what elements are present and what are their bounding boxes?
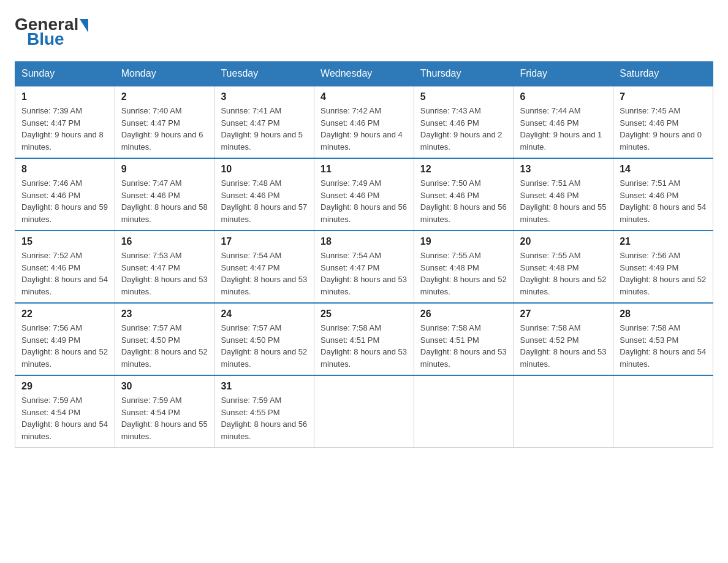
day-info: Sunrise: 7:51 AMSunset: 4:46 PMDaylight:… (620, 177, 707, 225)
day-cell: 28 Sunrise: 7:58 AMSunset: 4:53 PMDaylig… (613, 303, 713, 375)
day-info: Sunrise: 7:57 AMSunset: 4:50 PMDaylight:… (221, 322, 308, 370)
day-info: Sunrise: 7:43 AMSunset: 4:46 PMDaylight:… (420, 105, 507, 153)
week-row-4: 22 Sunrise: 7:56 AMSunset: 4:49 PMDaylig… (15, 303, 713, 375)
day-cell: 10 Sunrise: 7:48 AMSunset: 4:46 PMDaylig… (214, 158, 314, 231)
day-cell (613, 375, 713, 448)
day-number: 17 (221, 236, 308, 247)
day-cell: 12 Sunrise: 7:50 AMSunset: 4:46 PMDaylig… (414, 158, 514, 231)
day-number: 19 (420, 236, 507, 247)
logo-blue-text: Blue (27, 29, 64, 49)
day-info: Sunrise: 7:45 AMSunset: 4:46 PMDaylight:… (620, 105, 707, 153)
day-number: 27 (520, 308, 607, 320)
day-number: 21 (620, 236, 707, 247)
page-header: General Blue (15, 15, 713, 49)
day-info: Sunrise: 7:59 AMSunset: 4:54 PMDaylight:… (121, 394, 208, 442)
day-cell: 22 Sunrise: 7:56 AMSunset: 4:49 PMDaylig… (15, 303, 115, 375)
day-cell: 7 Sunrise: 7:45 AMSunset: 4:46 PMDayligh… (613, 86, 713, 158)
day-info: Sunrise: 7:56 AMSunset: 4:49 PMDaylight:… (21, 322, 108, 370)
week-row-1: 1 Sunrise: 7:39 AMSunset: 4:47 PMDayligh… (15, 86, 713, 158)
day-info: Sunrise: 7:41 AMSunset: 4:47 PMDaylight:… (221, 105, 308, 153)
day-info: Sunrise: 7:55 AMSunset: 4:48 PMDaylight:… (520, 250, 607, 297)
header-wednesday: Wednesday (314, 62, 414, 86)
day-cell: 11 Sunrise: 7:49 AMSunset: 4:46 PMDaylig… (314, 158, 414, 231)
day-number: 20 (520, 236, 607, 247)
day-info: Sunrise: 7:44 AMSunset: 4:46 PMDaylight:… (520, 105, 607, 153)
day-info: Sunrise: 7:58 AMSunset: 4:53 PMDaylight:… (620, 322, 707, 370)
day-cell: 3 Sunrise: 7:41 AMSunset: 4:47 PMDayligh… (214, 86, 314, 158)
day-number: 5 (420, 91, 507, 102)
day-cell: 26 Sunrise: 7:58 AMSunset: 4:51 PMDaylig… (414, 303, 514, 375)
day-info: Sunrise: 7:52 AMSunset: 4:46 PMDaylight:… (21, 250, 108, 297)
logo: General Blue (15, 15, 88, 49)
header-saturday: Saturday (613, 62, 713, 86)
day-info: Sunrise: 7:48 AMSunset: 4:46 PMDaylight:… (221, 177, 308, 225)
day-info: Sunrise: 7:56 AMSunset: 4:49 PMDaylight:… (620, 250, 707, 297)
day-number: 23 (121, 308, 208, 320)
day-info: Sunrise: 7:59 AMSunset: 4:55 PMDaylight:… (221, 394, 308, 442)
day-number: 18 (320, 236, 408, 247)
day-info: Sunrise: 7:59 AMSunset: 4:54 PMDaylight:… (21, 394, 108, 442)
day-number: 28 (620, 308, 707, 320)
day-cell: 19 Sunrise: 7:55 AMSunset: 4:48 PMDaylig… (414, 231, 514, 303)
day-info: Sunrise: 7:58 AMSunset: 4:51 PMDaylight:… (420, 322, 507, 370)
day-number: 26 (420, 308, 507, 320)
day-info: Sunrise: 7:40 AMSunset: 4:47 PMDaylight:… (121, 105, 208, 153)
day-number: 13 (520, 164, 607, 175)
day-number: 31 (221, 381, 308, 392)
day-number: 30 (121, 381, 208, 392)
day-info: Sunrise: 7:49 AMSunset: 4:46 PMDaylight:… (320, 177, 408, 225)
day-cell: 21 Sunrise: 7:56 AMSunset: 4:49 PMDaylig… (613, 231, 713, 303)
day-cell: 13 Sunrise: 7:51 AMSunset: 4:46 PMDaylig… (514, 158, 613, 231)
day-info: Sunrise: 7:50 AMSunset: 4:46 PMDaylight:… (420, 177, 507, 225)
day-cell: 9 Sunrise: 7:47 AMSunset: 4:46 PMDayligh… (115, 158, 214, 231)
day-number: 4 (320, 91, 408, 102)
week-row-2: 8 Sunrise: 7:46 AMSunset: 4:46 PMDayligh… (15, 158, 713, 231)
day-cell: 31 Sunrise: 7:59 AMSunset: 4:55 PMDaylig… (214, 375, 314, 448)
header-monday: Monday (115, 62, 214, 86)
day-info: Sunrise: 7:51 AMSunset: 4:46 PMDaylight:… (520, 177, 607, 225)
day-info: Sunrise: 7:46 AMSunset: 4:46 PMDaylight:… (21, 177, 108, 225)
day-cell: 24 Sunrise: 7:57 AMSunset: 4:50 PMDaylig… (214, 303, 314, 375)
day-cell: 8 Sunrise: 7:46 AMSunset: 4:46 PMDayligh… (15, 158, 115, 231)
day-cell: 29 Sunrise: 7:59 AMSunset: 4:54 PMDaylig… (15, 375, 115, 448)
day-cell: 1 Sunrise: 7:39 AMSunset: 4:47 PMDayligh… (15, 86, 115, 158)
day-number: 11 (320, 164, 408, 175)
day-info: Sunrise: 7:39 AMSunset: 4:47 PMDaylight:… (21, 105, 108, 153)
day-number: 9 (121, 164, 208, 175)
day-number: 8 (21, 164, 108, 175)
day-cell (314, 375, 414, 448)
day-cell: 23 Sunrise: 7:57 AMSunset: 4:50 PMDaylig… (115, 303, 214, 375)
day-cell: 4 Sunrise: 7:42 AMSunset: 4:46 PMDayligh… (314, 86, 414, 158)
day-cell: 25 Sunrise: 7:58 AMSunset: 4:51 PMDaylig… (314, 303, 414, 375)
day-cell: 16 Sunrise: 7:53 AMSunset: 4:47 PMDaylig… (115, 231, 214, 303)
day-info: Sunrise: 7:42 AMSunset: 4:46 PMDaylight:… (320, 105, 408, 153)
day-info: Sunrise: 7:58 AMSunset: 4:51 PMDaylight:… (320, 322, 408, 370)
day-cell: 27 Sunrise: 7:58 AMSunset: 4:52 PMDaylig… (514, 303, 613, 375)
day-number: 22 (21, 308, 108, 320)
header-tuesday: Tuesday (214, 62, 314, 86)
day-number: 15 (21, 236, 108, 247)
day-number: 10 (221, 164, 308, 175)
day-number: 6 (520, 91, 607, 102)
day-info: Sunrise: 7:57 AMSunset: 4:50 PMDaylight:… (121, 322, 208, 370)
day-cell: 20 Sunrise: 7:55 AMSunset: 4:48 PMDaylig… (514, 231, 613, 303)
weekday-header-row: SundayMondayTuesdayWednesdayThursdayFrid… (15, 62, 713, 86)
day-info: Sunrise: 7:53 AMSunset: 4:47 PMDaylight:… (121, 250, 208, 297)
day-info: Sunrise: 7:54 AMSunset: 4:47 PMDaylight:… (320, 250, 408, 297)
day-cell: 18 Sunrise: 7:54 AMSunset: 4:47 PMDaylig… (314, 231, 414, 303)
day-cell (414, 375, 514, 448)
day-cell: 17 Sunrise: 7:54 AMSunset: 4:47 PMDaylig… (214, 231, 314, 303)
day-cell: 14 Sunrise: 7:51 AMSunset: 4:46 PMDaylig… (613, 158, 713, 231)
day-cell: 5 Sunrise: 7:43 AMSunset: 4:46 PMDayligh… (414, 86, 514, 158)
day-number: 2 (121, 91, 208, 102)
day-number: 12 (420, 164, 507, 175)
day-number: 25 (320, 308, 408, 320)
day-cell: 30 Sunrise: 7:59 AMSunset: 4:54 PMDaylig… (115, 375, 214, 448)
day-number: 29 (21, 381, 108, 392)
day-number: 14 (620, 164, 707, 175)
day-info: Sunrise: 7:54 AMSunset: 4:47 PMDaylight:… (221, 250, 308, 297)
day-number: 1 (21, 91, 108, 102)
week-row-5: 29 Sunrise: 7:59 AMSunset: 4:54 PMDaylig… (15, 375, 713, 448)
day-number: 24 (221, 308, 308, 320)
day-number: 16 (121, 236, 208, 247)
